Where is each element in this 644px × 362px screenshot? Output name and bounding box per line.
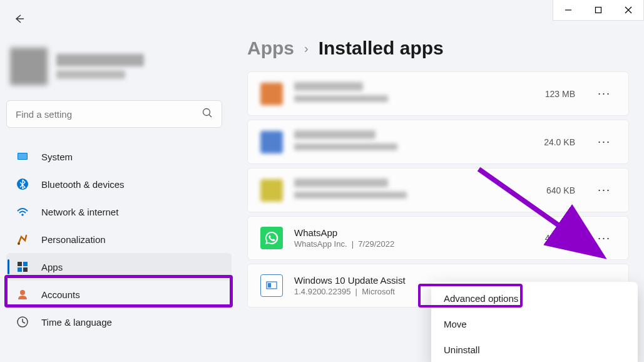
svg-rect-12: [18, 262, 22, 266]
update-assistant-icon: [260, 274, 283, 297]
user-avatar: [10, 48, 48, 85]
bluetooth-icon: [16, 178, 29, 190]
sidebar-item-label: Bluetooth & devices: [41, 179, 125, 190]
maximize-button[interactable]: [583, 0, 613, 20]
sidebar-item-label: Personalization: [41, 234, 106, 245]
svg-point-11: [18, 242, 20, 245]
app-icon-blurred: [260, 131, 283, 153]
svg-point-5: [203, 109, 210, 116]
svg-line-6: [209, 115, 212, 117]
whatsapp-icon: [260, 227, 283, 249]
svg-rect-13: [23, 262, 28, 266]
app-icon-blurred: [260, 179, 283, 202]
menu-item-advanced-options[interactable]: Advanced options: [435, 286, 634, 311]
search-input-container[interactable]: [6, 100, 222, 128]
sidebar-item-label: Network & internet: [41, 207, 118, 217]
app-size: 430 MB: [545, 233, 575, 243]
svg-rect-14: [18, 267, 22, 272]
svg-rect-15: [23, 267, 28, 272]
breadcrumb-parent[interactable]: Apps: [247, 38, 294, 59]
wifi-icon: [16, 205, 29, 218]
app-size: 640 KB: [546, 185, 575, 195]
app-row: 640 KB···: [247, 168, 629, 212]
app-name: WhatsApp: [294, 227, 534, 238]
app-context-menu: Advanced optionsMoveUninstall: [431, 282, 638, 362]
svg-rect-1: [596, 8, 601, 13]
sidebar-item-wifi[interactable]: Network & internet: [6, 198, 232, 225]
search-input[interactable]: [16, 109, 202, 120]
svg-line-19: [23, 322, 25, 323]
sidebar-item-label: Time & language: [41, 317, 112, 328]
more-options-button[interactable]: ···: [593, 85, 616, 103]
sidebar-item-label: Apps: [41, 262, 63, 272]
app-row: WhatsAppWhatsApp Inc. | 7/29/2022430 MB·…: [247, 216, 629, 260]
app-meta: WhatsApp Inc. | 7/29/2022: [294, 239, 534, 249]
svg-rect-8: [18, 153, 27, 159]
app-size: 123 MB: [545, 89, 575, 99]
apps-icon: [16, 261, 29, 273]
minimize-button[interactable]: [553, 0, 583, 20]
search-icon: [202, 107, 213, 121]
app-icon-blurred: [260, 83, 283, 105]
user-name-blurred: [56, 54, 144, 66]
chevron-right-icon: ›: [304, 41, 309, 56]
sidebar-item-label: System: [41, 152, 73, 162]
sidebar-item-personalization[interactable]: Personalization: [6, 225, 232, 253]
user-email-blurred: [56, 70, 125, 79]
sidebar-item-time[interactable]: Time & language: [6, 308, 232, 336]
svg-rect-21: [268, 283, 271, 287]
sidebar-item-system[interactable]: System: [6, 143, 232, 170]
back-button[interactable]: [11, 11, 26, 26]
more-options-button[interactable]: ···: [593, 133, 616, 151]
page-title: Installed apps: [319, 38, 444, 59]
more-options-button[interactable]: ···: [593, 229, 616, 247]
app-row: 123 MB···: [247, 71, 629, 116]
system-icon: [16, 150, 29, 163]
annotation-highlight-apps: [4, 275, 233, 308]
menu-item-move[interactable]: Move: [435, 311, 634, 337]
time-icon: [16, 316, 29, 328]
more-options-button[interactable]: ···: [593, 181, 616, 199]
user-profile[interactable]: [6, 44, 232, 100]
close-button[interactable]: [613, 0, 643, 20]
breadcrumb: Apps › Installed apps: [247, 38, 629, 59]
app-size: 24.0 KB: [544, 137, 575, 147]
sidebar-item-bluetooth[interactable]: Bluetooth & devices: [6, 170, 232, 198]
svg-point-10: [21, 214, 24, 216]
menu-item-uninstall[interactable]: Uninstall: [435, 337, 634, 362]
personalization-icon: [16, 233, 29, 246]
app-row: 24.0 KB···: [247, 120, 629, 164]
